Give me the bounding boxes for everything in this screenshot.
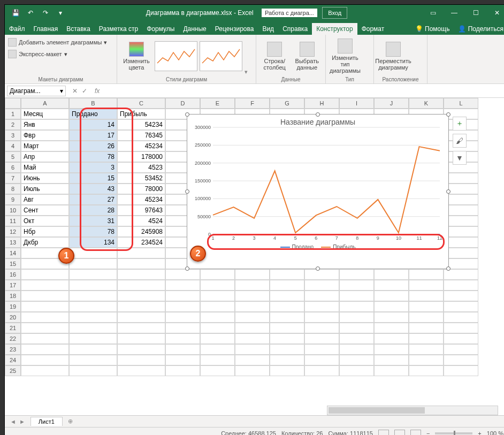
cell[interactable] xyxy=(444,280,478,291)
col-header[interactable]: L xyxy=(444,98,478,109)
cell[interactable] xyxy=(117,280,165,291)
cell[interactable] xyxy=(304,301,339,312)
cell[interactable] xyxy=(374,269,409,280)
redo-icon[interactable]: ↷ xyxy=(39,6,52,19)
cell[interactable] xyxy=(69,248,117,258)
cell[interactable] xyxy=(165,291,200,301)
cell[interactable] xyxy=(69,301,117,312)
sheet-grid[interactable]: ABCDEFGHIJKL 1МесяцПроданоПрибыль2Янв145… xyxy=(5,98,504,415)
select-data-button[interactable]: Выбрать данные xyxy=(292,42,323,71)
chart-styles-button[interactable]: 🖌 xyxy=(453,134,467,148)
row-header[interactable]: 7 xyxy=(5,173,21,184)
cell[interactable] xyxy=(304,323,339,333)
cell[interactable]: 97643 xyxy=(117,205,165,216)
row-header[interactable]: 22 xyxy=(5,333,21,344)
chart-object[interactable]: ＋ 🖌 ▼ Название диаграммы 050000100000150… xyxy=(187,114,449,269)
row-header[interactable]: 6 xyxy=(5,162,21,173)
col-header[interactable]: H xyxy=(304,98,339,109)
cell[interactable]: 43 xyxy=(69,184,117,194)
chart-filters-button[interactable]: ▼ xyxy=(453,151,467,165)
cell[interactable]: Продано xyxy=(69,109,117,119)
login-button[interactable]: Вход xyxy=(322,7,347,19)
col-header[interactable]: D xyxy=(165,98,200,109)
cell[interactable] xyxy=(339,301,374,312)
quick-layout-button[interactable]: Экспресс-макет ▾ xyxy=(8,49,67,59)
cell[interactable] xyxy=(117,258,165,269)
cell[interactable]: 53452 xyxy=(117,173,165,184)
cell[interactable] xyxy=(409,301,444,312)
cell[interactable]: 28 xyxy=(69,205,117,216)
cell[interactable]: Май xyxy=(21,162,69,173)
cell[interactable] xyxy=(270,280,304,291)
cell[interactable] xyxy=(444,301,478,312)
camera-icon[interactable]: ▾ xyxy=(54,6,67,19)
row-header[interactable]: 19 xyxy=(5,301,21,312)
cell[interactable] xyxy=(270,365,304,376)
enter-formula-icon[interactable]: ✓ xyxy=(82,87,87,95)
row-header[interactable]: 13 xyxy=(5,237,21,248)
cell[interactable] xyxy=(117,365,165,376)
cell[interactable] xyxy=(235,291,270,301)
cell[interactable] xyxy=(339,355,374,365)
cell[interactable] xyxy=(339,269,374,280)
cell[interactable]: Июнь xyxy=(21,173,69,184)
row-header[interactable]: 23 xyxy=(5,344,21,355)
cell[interactable] xyxy=(339,280,374,291)
cell[interactable] xyxy=(444,323,478,333)
cell[interactable]: 15 xyxy=(69,173,117,184)
cell[interactable] xyxy=(200,333,235,344)
row-header[interactable]: 21 xyxy=(5,323,21,333)
cell[interactable]: 4524 xyxy=(117,216,165,226)
cell[interactable] xyxy=(409,269,444,280)
chart-style-2[interactable] xyxy=(200,41,242,71)
cell[interactable] xyxy=(200,280,235,291)
cell[interactable]: 26 xyxy=(69,141,117,151)
change-type-button[interactable]: Изменить тип диаграммы xyxy=(329,39,361,74)
cell[interactable]: 234524 xyxy=(117,237,165,248)
chart-style-1[interactable] xyxy=(155,41,197,71)
view-normal-icon[interactable] xyxy=(378,430,389,436)
row-header[interactable]: 14 xyxy=(5,248,21,258)
chart-legend[interactable]: Продано Прибыль xyxy=(187,234,448,253)
cell[interactable] xyxy=(165,280,200,291)
cancel-formula-icon[interactable]: ✕ xyxy=(72,87,78,95)
col-header[interactable]: E xyxy=(200,98,235,109)
cell[interactable] xyxy=(165,269,200,280)
row-header[interactable]: 1 xyxy=(5,109,21,119)
cell[interactable] xyxy=(444,344,478,355)
fx-icon[interactable]: fx xyxy=(91,87,103,95)
cell[interactable] xyxy=(235,312,270,323)
cell[interactable] xyxy=(270,323,304,333)
cell[interactable]: 4523 xyxy=(117,162,165,173)
cell[interactable] xyxy=(69,269,117,280)
cell[interactable] xyxy=(374,301,409,312)
row-header[interactable]: 3 xyxy=(5,130,21,141)
cell[interactable]: 178000 xyxy=(117,151,165,162)
cell[interactable] xyxy=(165,333,200,344)
cell[interactable] xyxy=(374,312,409,323)
row-header[interactable]: 2 xyxy=(5,119,21,130)
tab-file[interactable]: Файл xyxy=(5,23,29,35)
cell[interactable] xyxy=(21,323,69,333)
tab-formulas[interactable]: Формулы xyxy=(142,23,179,35)
cell[interactable] xyxy=(69,291,117,301)
cell[interactable]: Авг xyxy=(21,194,69,205)
tab-prev-icon[interactable]: ◄ xyxy=(10,418,16,425)
row-header[interactable]: 17 xyxy=(5,280,21,291)
cell[interactable] xyxy=(339,323,374,333)
cell[interactable] xyxy=(270,333,304,344)
cell[interactable] xyxy=(165,301,200,312)
tab-design[interactable]: Конструктор xyxy=(312,23,357,35)
cell[interactable]: 3 xyxy=(69,162,117,173)
chart-plot-area[interactable]: 0500001000001500002000002500003000001234… xyxy=(213,127,441,234)
row-header[interactable]: 25 xyxy=(5,365,21,376)
cell[interactable] xyxy=(200,365,235,376)
cell[interactable] xyxy=(235,344,270,355)
cell[interactable] xyxy=(374,355,409,365)
zoom-slider[interactable] xyxy=(435,432,472,434)
cell[interactable] xyxy=(21,280,69,291)
switch-row-col-button[interactable]: Строка/столбец xyxy=(259,42,290,71)
cell[interactable] xyxy=(200,301,235,312)
cell[interactable] xyxy=(374,344,409,355)
cell[interactable] xyxy=(165,323,200,333)
